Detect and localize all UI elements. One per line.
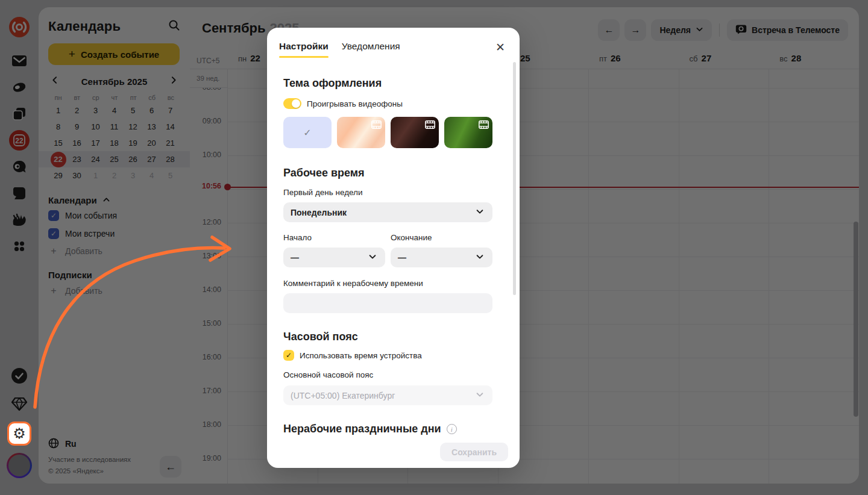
main-timezone-select: (UTC+05:00) Екатеринбург xyxy=(283,385,492,405)
comment-label: Комментарий к нерабочему времени xyxy=(283,279,423,288)
first-day-select[interactable]: Понедельник xyxy=(283,202,492,222)
film-icon xyxy=(425,120,435,131)
theme-cards: ✓ xyxy=(283,117,492,148)
settings-modal: Настройки Уведомления ✕ Тема оформления … xyxy=(267,28,520,468)
chevron-down-icon xyxy=(476,207,484,217)
save-button[interactable]: Сохранить xyxy=(440,443,508,461)
selected-check-icon: ✓ xyxy=(303,127,311,139)
timezone-section-title: Часовой пояс xyxy=(283,331,358,343)
theme-dark-video[interactable] xyxy=(391,117,439,148)
modal-tabs: Настройки Уведомления xyxy=(279,41,400,58)
end-time-select[interactable]: — xyxy=(391,248,492,267)
theme-default-selected[interactable]: ✓ xyxy=(283,117,332,148)
film-icon xyxy=(371,120,382,131)
theme-grass-video[interactable] xyxy=(444,117,492,148)
theme-peach-video[interactable] xyxy=(337,117,385,148)
film-icon xyxy=(479,120,489,131)
videobg-toggle-label: Проигрывать видеофоны xyxy=(307,99,403,108)
theme-section-title: Тема оформления xyxy=(283,77,382,90)
first-day-label: Первый день недели xyxy=(283,188,363,197)
worktime-section-title: Рабочее время xyxy=(283,167,365,179)
start-time-select[interactable]: — xyxy=(283,248,385,267)
holidays-section-title: Нерабочие праздничные дни xyxy=(283,423,441,435)
tab-notifications[interactable]: Уведомления xyxy=(342,41,400,58)
chevron-down-icon xyxy=(368,252,377,263)
videobg-toggle[interactable] xyxy=(283,98,301,109)
toggle-knob xyxy=(292,99,300,108)
close-icon[interactable]: ✕ xyxy=(493,40,508,54)
start-label: Начало xyxy=(283,233,312,242)
modal-scrollbar[interactable] xyxy=(513,62,516,295)
chevron-down-icon xyxy=(476,390,484,400)
info-icon[interactable]: i xyxy=(447,424,457,434)
gear-icon: ⚙ xyxy=(13,426,26,441)
device-time-checkbox[interactable]: ✓ xyxy=(283,350,294,361)
settings-gear-button[interactable]: ⚙ xyxy=(7,422,31,446)
device-time-label: Использовать время устройства xyxy=(300,351,422,360)
end-label: Окончание xyxy=(391,233,432,242)
tab-settings[interactable]: Настройки xyxy=(279,41,329,58)
main-timezone-label: Основной часовой пояс xyxy=(283,370,373,379)
comment-input[interactable] xyxy=(283,293,492,313)
chevron-down-icon xyxy=(476,252,484,263)
